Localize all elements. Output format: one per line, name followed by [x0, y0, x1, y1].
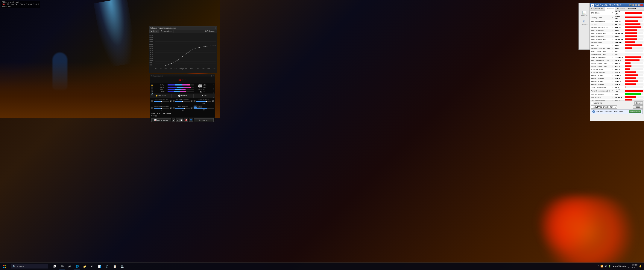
perfcap-arrow[interactable]: ▼	[612, 93, 614, 95]
battery-icon[interactable]: 🔋	[608, 265, 611, 267]
pin2-v-arrow[interactable]: ▼	[612, 83, 614, 85]
mem-used-arrow[interactable]: ▼	[612, 41, 614, 43]
mem-clock-arrow[interactable]: ▼	[612, 17, 614, 18]
msi-min-btn[interactable]: —	[209, 75, 210, 77]
update-now-button[interactable]: Update Now	[629, 110, 642, 113]
volume-icon[interactable]: 🔊	[604, 265, 607, 267]
video-eng-arrow[interactable]: ▼	[612, 50, 614, 52]
mem-temp-arrow[interactable]: ▼	[612, 27, 614, 28]
fan-sync-btn[interactable]: ❄ FAN SYNC	[194, 118, 214, 122]
reset-button[interactable]: Reset	[634, 101, 643, 105]
close-button[interactable]: Close	[633, 105, 643, 108]
gpu-chip-pwr-arrow[interactable]: ▼	[612, 59, 614, 61]
taskbar-app-explorer[interactable]: 📁	[81, 263, 88, 269]
tray-icon-1[interactable]: ^	[598, 265, 599, 267]
msi-icon-info[interactable]: ℹ	[151, 87, 153, 89]
apply-icon[interactable]: ♥	[176, 118, 179, 122]
board-pwr-arrow[interactable]: ▼	[612, 56, 614, 58]
msi-icon-settings[interactable]: ⚙	[151, 90, 153, 92]
msi-fan-tab[interactable]: ❄ FAN	[194, 94, 215, 98]
gpuz-snap-btn[interactable]: 📷	[629, 4, 632, 6]
pcie-slot-v-arrow[interactable]: ▼	[612, 71, 614, 73]
gpuz-maximize-btn[interactable]: □	[638, 4, 640, 6]
cv-minus[interactable]: -	[152, 100, 153, 102]
pin2-pwr-arrow[interactable]: ▼	[612, 80, 614, 82]
taskbar-app-7[interactable]: 🎵	[104, 263, 110, 269]
hot-spot-arrow[interactable]: ▼	[612, 24, 614, 25]
datetime-display[interactable]: 19:10 31.12.2023	[628, 264, 638, 269]
msi-max-btn[interactable]: □	[211, 75, 212, 77]
taskbar-app-5[interactable]: ⚙	[89, 263, 96, 269]
taskbar-app-1[interactable]: 🖼	[51, 263, 58, 269]
msi-clock-tab[interactable]: 🕐 CLOCK	[172, 94, 194, 98]
options-panel-item[interactable]: ⚙ OPTIONS	[581, 19, 588, 26]
vf-close[interactable]: ×	[215, 27, 216, 29]
cv-plus[interactable]: +	[170, 100, 172, 102]
reset-icon[interactable]: ↺	[172, 118, 176, 122]
gpuz-tab-graphics-card[interactable]: Graphics Card	[590, 7, 605, 10]
taskbar-app-threedmark[interactable]: 🎮	[59, 263, 66, 269]
notification-icon[interactable]: 🔔	[639, 265, 642, 267]
gpu-load-arrow[interactable]: ▼	[612, 44, 614, 46]
taskbar-app-9[interactable]: 💻	[119, 263, 126, 269]
pl-minus[interactable]: -	[194, 100, 196, 102]
profile-3[interactable]: 3	[214, 92, 214, 94]
nvddc-pwr-arrow[interactable]: ▼	[612, 62, 614, 64]
usbc-pwr-arrow[interactable]: ▼	[612, 86, 614, 88]
vf-tab-oc-scanner[interactable]: OC Scanner	[204, 30, 217, 33]
taskbar-app-steam[interactable]: 🎮	[66, 263, 73, 269]
search-placeholder-text: Suchen	[17, 265, 24, 267]
fan2-pct-arrow[interactable]: ▼	[612, 35, 614, 37]
tl-plus[interactable]: +	[190, 107, 192, 109]
fan-toggle-on[interactable]: ON	[194, 105, 197, 108]
msi-icon-lock[interactable]: 🔒	[151, 84, 153, 86]
camera-icon[interactable]: 🎯	[184, 118, 188, 122]
taskbar-app-6[interactable]: 📊	[96, 263, 103, 269]
taskbar-app-8[interactable]: 📋	[111, 263, 118, 269]
cc-plus[interactable]: +	[190, 100, 192, 102]
mem-ctrl-arrow[interactable]: ▼	[612, 47, 614, 49]
fan1-rpm-arrow[interactable]: ▼	[612, 33, 614, 34]
fan-toggle-off[interactable]: OFF	[198, 105, 202, 108]
pin1-pwr-arrow[interactable]: ▼	[612, 74, 614, 76]
tl-minus[interactable]: -	[172, 107, 174, 109]
network-icon[interactable]: 📶	[600, 265, 603, 267]
gpu-temp-arrow[interactable]: ▼	[612, 21, 614, 22]
profile-4[interactable]: 4	[214, 96, 214, 98]
vf-tab-temperature[interactable]: Temperature	[159, 30, 174, 33]
vf-tab-voltage[interactable]: Voltage	[149, 30, 159, 33]
gpu-clock-arrow[interactable]: ▼	[612, 12, 614, 14]
nvddc2-pwr-arrow[interactable]: ▼	[612, 65, 614, 67]
pcie-slot-pwr-arrow[interactable]: ▼	[612, 68, 614, 70]
curve-editor-btn[interactable]: 📈 CURVE EDITOR	[152, 118, 171, 122]
gpuz-tab-advanced[interactable]: Advanced	[615, 7, 626, 10]
taskbar-search-bar[interactable]: 🔍 Suchen	[11, 264, 48, 268]
mc-plus[interactable]: +	[170, 107, 172, 109]
gpuz-tab-sensors[interactable]: Sensors	[605, 7, 615, 11]
gpuz-minimize-btn[interactable]: —	[635, 4, 637, 6]
profile-1[interactable]: 1	[214, 84, 214, 86]
gpu-v-arrow[interactable]: ▼	[612, 96, 614, 98]
gpu-select[interactable]: NVIDIA GeForce RTX 2080 Ti	[591, 105, 617, 108]
start-button[interactable]	[0, 263, 9, 270]
pl-plus[interactable]: +	[212, 100, 214, 102]
gpuz-close-btn[interactable]: ×	[640, 4, 643, 6]
results-panel-item[interactable]: 📊 RESULTS	[581, 11, 588, 17]
log-to-file-checkbox[interactable]	[591, 102, 593, 104]
profile-2[interactable]: 2	[214, 88, 214, 90]
user-icon[interactable]: 👤	[189, 118, 193, 122]
gpuz-tab-validation[interactable]: Validation	[627, 7, 638, 10]
save-icon[interactable]: 💾	[179, 118, 184, 122]
pwr-cons-arrow[interactable]: ▼	[612, 90, 614, 92]
bus-if-arrow[interactable]: ▼	[612, 53, 614, 55]
pin1-v-arrow[interactable]: ▼	[612, 77, 614, 79]
mc-minus[interactable]: -	[152, 107, 153, 109]
msi-icon-link[interactable]: 🔗	[151, 93, 153, 95]
fan2-rpm-arrow[interactable]: ▼	[612, 38, 614, 40]
gpuz-settings-btn[interactable]: ⚙	[632, 4, 634, 6]
taskbar-app-chrome[interactable]: 🌐	[74, 263, 80, 269]
cc-minus[interactable]: -	[172, 100, 174, 102]
fan1-pct-arrow[interactable]: ▼	[612, 30, 614, 31]
cpu-temp-arrow[interactable]: ▼	[612, 99, 614, 100]
msi-close-btn[interactable]: ×	[213, 75, 214, 77]
